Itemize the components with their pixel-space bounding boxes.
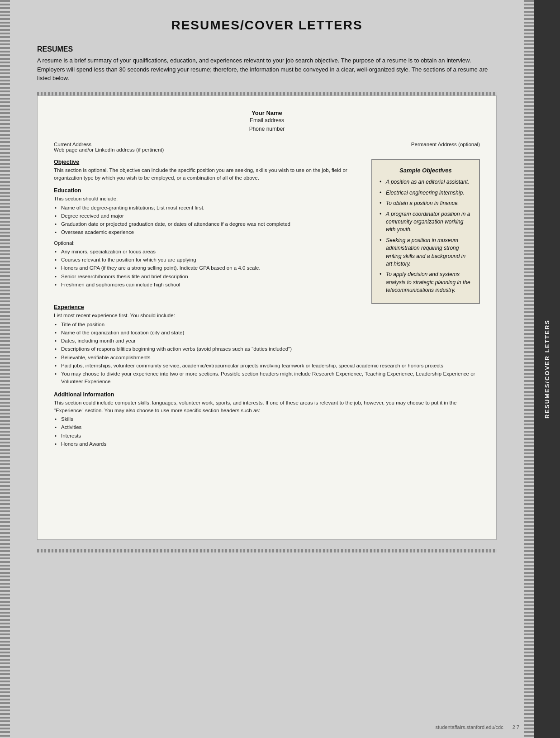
sample-obj-5: To apply decision and systems analysis t… (380, 271, 472, 294)
exp-bullet-4: Believable, verifiable accomplishments (55, 354, 480, 362)
page-spacer (54, 453, 480, 526)
optional-label: Optional: (54, 239, 362, 247)
current-address-block: Current Address Web page and/or LinkedIn… (54, 142, 164, 152)
experience-section: Experience List most recent experience f… (54, 304, 480, 386)
current-address-label: Current Address (54, 142, 164, 147)
address-row: Current Address Web page and/or LinkedIn… (54, 142, 480, 152)
exp-bullet-2: Dates, including month and year (55, 337, 480, 345)
additional-text: This section could include computer skil… (54, 399, 480, 415)
sample-objectives-box: Sample Objectives A position as an edito… (371, 159, 480, 305)
additional-section: Additional Information This section coul… (54, 391, 480, 448)
education-section: Education This section should include: N… (54, 187, 362, 289)
page-title: RESUMES/COVER LETTERS (37, 18, 497, 33)
edu-opt-bullet-2: Honors and GPA (if they are a strong sel… (55, 264, 362, 272)
section-heading-resumes: RESUMES (37, 45, 497, 53)
right-border-decoration (524, 0, 534, 738)
resume-header: Your Name Email address Phone number (54, 110, 480, 133)
footer-url: studentaffairs.stanford.edu/cdc (435, 724, 503, 730)
page-footer: studentaffairs.stanford.edu/cdc 2 7 (435, 724, 519, 730)
sample-obj-0: A position as an editorial assistant. (380, 178, 472, 186)
resume-document: Your Name Email address Phone number Cur… (37, 95, 497, 540)
experience-bullet-list: Title of the position Name of the organi… (55, 321, 480, 386)
permanent-address-block: Permanent Address (optional) (411, 142, 480, 152)
exp-bullet-6: You may choose to divide your experience… (55, 370, 480, 386)
education-bullet-list: Name of the degree-granting institutions… (55, 204, 362, 237)
education-intro: This section should include: (54, 195, 362, 203)
sample-obj-1: Electrical engineering internship. (380, 189, 472, 197)
footer-page: 2 7 (513, 724, 519, 730)
education-optional-list: Any minors, specialization or focus area… (55, 248, 362, 289)
objective-text: This section is optional. The objective … (54, 167, 362, 182)
sidebar-tab-label: RESUMES/COVER LETTERS (544, 319, 551, 419)
exp-bullet-5: Paid jobs, internships, volunteer commun… (55, 362, 480, 370)
edu-bullet-0: Name of the degree-granting institutions… (55, 204, 362, 212)
additional-title: Additional Information (54, 391, 480, 398)
sidebar-tab-area: RESUMES/COVER LETTERS (534, 0, 560, 738)
additional-bullet-list: Skills Activities Interests Honors and A… (55, 415, 480, 448)
objective-title: Objective (54, 159, 362, 165)
exp-bullet-0: Title of the position (55, 321, 480, 329)
resume-email: Email address (54, 116, 480, 125)
edu-bullet-2: Graduation date or projected graduation … (55, 220, 362, 228)
left-border-decoration (0, 0, 10, 738)
sample-obj-4: Seeking a position in museum administrat… (380, 237, 472, 268)
sample-obj-list: A position as an editorial assistant. El… (380, 178, 472, 294)
left-column: Objective This section is optional. The … (54, 159, 362, 305)
permanent-address-label: Permanent Address (optional) (411, 142, 480, 147)
edu-bullet-3: Overseas academic experience (55, 229, 362, 236)
edu-opt-bullet-1: Courses relevant to the position for whi… (55, 256, 362, 264)
objective-section: Objective This section is optional. The … (54, 159, 362, 182)
resume-phone: Phone number (54, 125, 480, 133)
edu-opt-bullet-0: Any minors, specialization or focus area… (55, 248, 362, 256)
doc-bottom-border (37, 549, 497, 552)
exp-bullet-3: Descriptions of responsibilities beginni… (55, 345, 480, 353)
main-content-area: RESUMES/COVER LETTERS RESUMES A resume i… (10, 0, 524, 738)
sample-obj-2: To obtain a position in finance. (380, 200, 472, 207)
sample-obj-title: Sample Objectives (380, 166, 472, 175)
edu-bullet-1: Degree received and major (55, 212, 362, 220)
education-title: Education (54, 187, 362, 194)
add-bullet-0: Skills (55, 415, 480, 423)
two-col-layout: Objective This section is optional. The … (54, 159, 480, 305)
right-column: Sample Objectives A position as an edito… (371, 159, 480, 305)
edu-opt-bullet-4: Freshmen and sophomores can include high… (55, 281, 362, 289)
sample-obj-3: A program coordinator position in a comm… (380, 210, 472, 234)
intro-paragraph: A resume is a brief summary of your qual… (37, 56, 497, 83)
experience-intro: List most recent experience first. You s… (54, 312, 480, 319)
resume-name: Your Name (54, 110, 480, 116)
edu-opt-bullet-3: Senior research/honors thesis title and … (55, 273, 362, 281)
experience-title: Experience (54, 304, 480, 310)
right-sidebar-outer: RESUMES/COVER LETTERS (524, 0, 560, 738)
add-bullet-3: Honors and Awards (55, 440, 480, 448)
exp-bullet-1: Name of the organization and location (c… (55, 329, 480, 337)
add-bullet-1: Activities (55, 424, 480, 431)
add-bullet-2: Interests (55, 432, 480, 440)
current-address-sub: Web page and/or LinkedIn address (if per… (54, 147, 164, 152)
doc-top-border (37, 92, 497, 95)
